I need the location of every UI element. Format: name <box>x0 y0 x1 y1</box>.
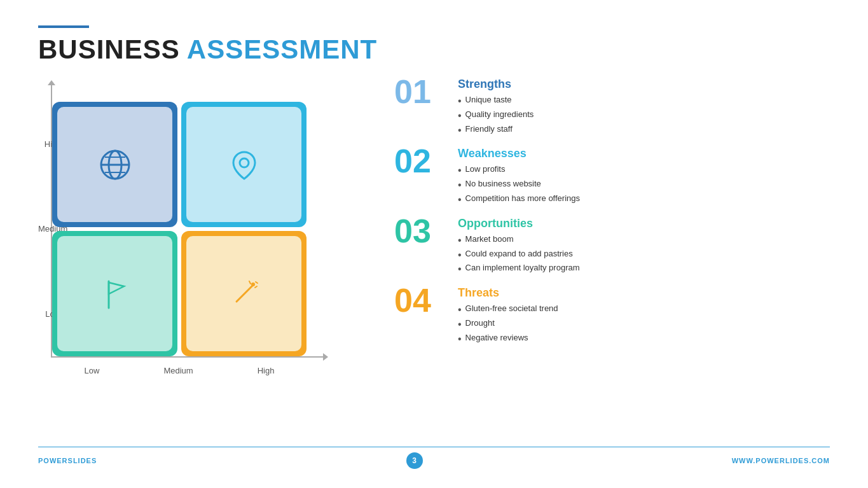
swot-content-threats: Threats •Gluten-free societal trend •Dro… <box>458 286 830 347</box>
bullet-icon: • <box>458 263 462 276</box>
swot-items-opportunities: •Market boom •Could expand to add pastri… <box>458 234 830 276</box>
list-item: •Unique taste <box>458 95 830 108</box>
bullet-icon: • <box>458 318 462 331</box>
swot-section-opportunities: 03 Opportunities •Market boom •Could exp… <box>394 217 830 277</box>
list-item: •Friendly staff <box>458 124 830 137</box>
list-item: •Quality ingredients <box>458 109 830 123</box>
swot-items-weaknesses: •Low profits •No business website •Compe… <box>458 164 830 206</box>
list-item: •Gluten-free societal trend <box>458 303 830 317</box>
bullet-icon: • <box>458 164 462 178</box>
svg-line-7 <box>237 285 253 302</box>
matrix-grid <box>52 102 307 356</box>
x-label-high: High <box>258 366 275 375</box>
swot-items-threats: •Gluten-free societal trend •Drought •Ne… <box>458 303 830 345</box>
footer-website: WWW.POWERLIDES.COM <box>732 457 830 464</box>
bullet-icon: • <box>458 95 462 108</box>
footer: POWERSLIDES 3 WWW.POWERLIDES.COM <box>38 447 830 469</box>
footer-page-number: 3 <box>406 452 423 469</box>
globe-icon <box>96 146 134 184</box>
svg-line-10 <box>255 286 257 288</box>
list-item: •Competition has more offerings <box>458 193 830 207</box>
svg-point-8 <box>251 282 255 286</box>
list-item: •Could expand to add pastries <box>458 249 830 262</box>
svg-line-9 <box>249 281 251 284</box>
title-word-assessment: ASSESSMENT <box>187 34 377 64</box>
x-label-low: Low <box>85 366 100 375</box>
swot-number-02: 02 <box>394 144 445 178</box>
matrix-area: High Medium Low <box>38 78 369 377</box>
swot-section-threats: 04 Threats •Gluten-free societal trend •… <box>394 286 830 347</box>
swot-number-01: 01 <box>394 75 445 108</box>
list-item: •Drought <box>458 318 830 331</box>
brand-blue: SLIDES <box>68 457 97 464</box>
bullet-icon: • <box>458 249 462 262</box>
bullet-icon: • <box>458 109 462 123</box>
wand-icon <box>225 275 263 313</box>
brand-black: POWER <box>38 457 68 464</box>
swot-content-opportunities: Opportunities •Market boom •Could expand… <box>458 217 830 277</box>
location-pin-icon <box>225 146 263 184</box>
swot-section-weaknesses: 02 Weaknesses •Low profits •No business … <box>394 147 830 207</box>
svg-point-5 <box>240 158 249 167</box>
swot-number-04: 04 <box>394 284 445 317</box>
header-line <box>38 25 89 28</box>
list-item: •Can implement loyalty program <box>458 263 830 276</box>
quadrant-strengths <box>52 102 177 227</box>
swot-content-strengths: Strengths •Unique taste •Quality ingredi… <box>458 78 830 138</box>
page-title: BUSINESS ASSESSMENT <box>38 34 830 65</box>
bullet-icon: • <box>458 193 462 207</box>
flag-icon <box>96 275 134 313</box>
list-item: •Low profits <box>458 164 830 178</box>
footer-brand: POWERSLIDES <box>38 457 97 464</box>
x-label-medium: Medium <box>163 366 193 375</box>
swot-items-strengths: •Unique taste •Quality ingredients •Frie… <box>458 95 830 137</box>
swot-content-weaknesses: Weaknesses •Low profits •No business web… <box>458 147 830 207</box>
header: BUSINESS ASSESSMENT <box>38 25 830 65</box>
bullet-icon: • <box>458 179 462 192</box>
swot-title-threats: Threats <box>458 286 830 300</box>
swot-number-03: 03 <box>394 214 445 247</box>
swot-section-strengths: 01 Strengths •Unique taste •Quality ingr… <box>394 78 830 138</box>
bullet-icon: • <box>458 124 462 137</box>
list-item: •Negative reviews <box>458 333 830 346</box>
swot-title-weaknesses: Weaknesses <box>458 147 830 160</box>
matrix-chart: High Medium Low <box>38 78 331 377</box>
list-item: •No business website <box>458 179 830 192</box>
main-content: High Medium Low <box>38 78 830 443</box>
x-axis-labels: Low Medium High <box>52 366 307 375</box>
list-item: •Market boom <box>458 234 830 247</box>
quadrant-weaknesses <box>52 231 177 356</box>
page: BUSINESS ASSESSMENT High Medium Low <box>0 0 868 488</box>
swot-list: 01 Strengths •Unique taste •Quality ingr… <box>394 78 830 356</box>
quadrant-threats <box>181 231 307 356</box>
bullet-icon: • <box>458 303 462 317</box>
bullet-icon: • <box>458 234 462 247</box>
swot-title-strengths: Strengths <box>458 78 830 91</box>
x-axis <box>51 356 324 358</box>
title-word-business: BUSINESS <box>38 34 180 64</box>
quadrant-opportunities <box>181 102 307 227</box>
swot-title-opportunities: Opportunities <box>458 217 830 230</box>
svg-line-11 <box>256 282 258 283</box>
bullet-icon: • <box>458 333 462 346</box>
